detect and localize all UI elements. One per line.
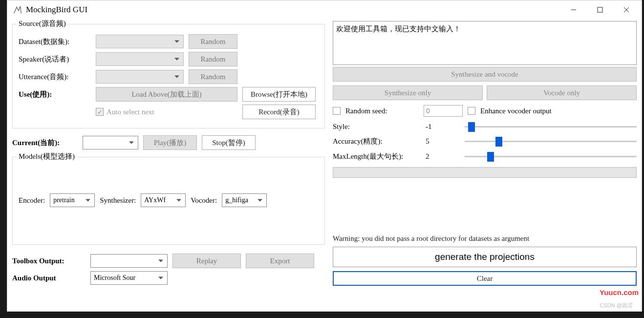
replay-button[interactable]: Replay (172, 254, 241, 268)
export-button[interactable]: Export (246, 254, 314, 268)
csdn-watermark: CSDN @固涩 (600, 302, 633, 309)
accuracy-value: 5 (426, 137, 460, 146)
browse-button[interactable]: Browse(打开本地) (242, 87, 316, 102)
models-legend: Models(模型选择) (17, 152, 77, 161)
content-area: Source(源音频) Dataset(数据集): Random Speaker… (7, 19, 642, 290)
speaker-random-button[interactable]: Random (189, 52, 237, 66)
encoder-label: Encoder: (19, 196, 45, 205)
toolbox-output-label: Toolbox Output: (12, 257, 86, 265)
vocode-only-button[interactable]: Vocode only (487, 85, 637, 100)
style-value: -1 (426, 123, 460, 131)
utterance-combo[interactable] (96, 70, 184, 84)
speaker-label: Speaker(说话者) (19, 55, 91, 64)
current-label: Current(当前): (12, 138, 78, 148)
dataset-combo[interactable] (96, 35, 184, 48)
auto-select-checkbox[interactable]: ✓ (96, 108, 104, 116)
left-panel: Source(源音频) Dataset(数据集): Random Speaker… (12, 21, 325, 288)
vocoder-label: Vocoder: (191, 196, 217, 205)
right-panel: 欢迎使用工具箱，现已支持中文输入！ Synthesize and vocode … (333, 21, 637, 288)
accuracy-label: Accuracy(精度): (333, 137, 421, 146)
progress-bar (333, 167, 637, 178)
close-button[interactable] (613, 2, 640, 18)
source-legend: Source(源音频) (17, 19, 68, 28)
watermark: Yuucn.com (600, 288, 639, 297)
random-seed-label: Random seed: (345, 107, 419, 115)
svg-rect-1 (598, 7, 602, 12)
random-seed-checkbox[interactable] (333, 107, 341, 115)
maxlen-value: 2 (426, 152, 460, 161)
accuracy-slider[interactable] (465, 138, 637, 145)
encoder-combo[interactable]: pretrain (50, 193, 95, 207)
maximize-button[interactable] (587, 2, 613, 18)
enhance-label: Enhance vocoder output (480, 107, 552, 115)
vocoder-combo[interactable]: g_hifiga (222, 193, 267, 207)
source-group: Source(源音频) Dataset(数据集): Random Speaker… (12, 24, 325, 128)
speaker-combo[interactable] (96, 52, 184, 66)
record-button[interactable]: Record(录音) (242, 105, 316, 119)
app-icon (12, 4, 23, 15)
models-group: Models(模型选择) Encoder: pretrain Synthesiz… (12, 157, 325, 245)
audio-output-combo[interactable]: Microsoft Sour (90, 271, 168, 285)
play-button[interactable]: Play(播放) (143, 135, 197, 150)
titlebar: MockingBird GUI (7, 0, 642, 19)
audio-output-label: Audio Output (12, 274, 86, 282)
style-label: Style: (333, 123, 421, 131)
clear-button[interactable]: Clear (333, 271, 637, 286)
use-label: Use(使用): (19, 90, 91, 99)
maxlen-slider[interactable] (465, 153, 637, 160)
random-seed-input[interactable] (424, 105, 463, 117)
warning-text: Warning: you did not pass a root directo… (333, 234, 637, 243)
style-slider[interactable] (465, 124, 637, 130)
dataset-label: Dataset(数据集): (19, 37, 91, 46)
main-window: MockingBird GUI Source(源音频) Dataset(数据集)… (7, 0, 642, 312)
maxlen-label: MaxLength(最大句长): (333, 152, 421, 161)
enhance-checkbox[interactable] (468, 107, 475, 115)
utterance-label: Utterance(音频): (19, 72, 91, 82)
stop-button[interactable]: Stop(暂停) (202, 135, 256, 150)
text-input[interactable]: generate the projections (333, 247, 637, 267)
synth-vocode-button[interactable]: Synthesize and vocode (333, 67, 637, 82)
synth-only-button[interactable]: Synthesize only (333, 85, 483, 100)
current-combo[interactable] (83, 136, 138, 149)
toolbox-output-combo[interactable] (90, 254, 168, 268)
synth-combo[interactable]: AYxWf (141, 193, 186, 207)
welcome-textarea[interactable]: 欢迎使用工具箱，现已支持中文输入！ (333, 21, 637, 65)
minimize-button[interactable] (560, 2, 587, 18)
dataset-random-button[interactable]: Random (189, 34, 237, 49)
window-title: MockingBird GUI (26, 5, 560, 15)
utterance-random-button[interactable]: Random (189, 69, 237, 84)
load-above-button[interactable]: Load Above(加载上面) (96, 87, 237, 102)
synth-label: Synthesizer: (100, 196, 136, 205)
auto-select-label: Auto select next (107, 108, 154, 116)
